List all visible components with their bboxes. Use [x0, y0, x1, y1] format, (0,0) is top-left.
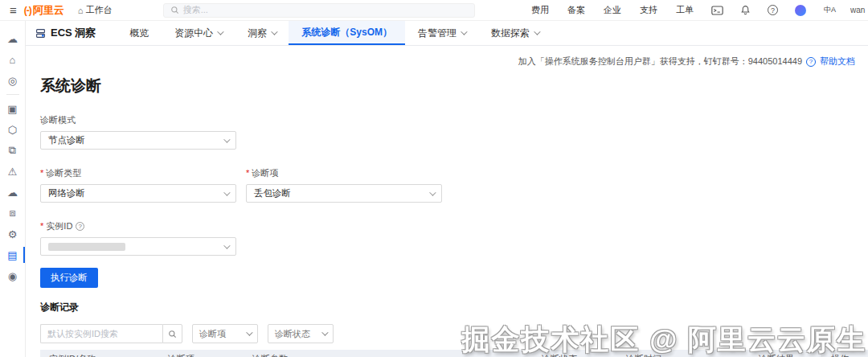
col-item: 诊断项 [159, 353, 244, 357]
chevron-down-icon [218, 28, 224, 35]
records-filters: 诊断项 诊断状态 [40, 324, 868, 343]
hexagon-shield-icon[interactable]: ⬡ [0, 119, 25, 140]
main-content: 加入「操作系统服务控制台用户群」获得支持，钉钉群号：94405014449 ? … [26, 46, 868, 357]
support-banner: 加入「操作系统服务控制台用户群」获得支持，钉钉群号：94405014449 ? … [518, 55, 855, 68]
inspect-scan-icon[interactable]: ◉ [0, 265, 25, 286]
home-console-icon[interactable]: ⌂ [0, 49, 25, 70]
help-doc-link[interactable]: 帮助文档 [820, 55, 855, 68]
tab-resource-center[interactable]: 资源中心 [162, 21, 235, 45]
page-title: 系统诊断 [40, 76, 868, 96]
topnav-support[interactable]: 支持 [640, 4, 657, 16]
product-title: ECS 洞察 [35, 21, 96, 45]
global-search-placeholder: 搜索... [183, 4, 208, 16]
aliyun-logo[interactable]: (-) 阿里云 [24, 3, 64, 18]
ecs-insight-icon[interactable]: ▤ [0, 244, 25, 265]
item-select[interactable]: 丢包诊断 [246, 184, 442, 203]
mode-label: 诊断模式 [40, 114, 868, 126]
topnav-enterprise[interactable]: 企业 [604, 4, 621, 16]
chevron-down-icon [461, 28, 467, 35]
records-table: 实例ID/名称 诊断项 诊断参数 诊断状态 诊断时间 诊断结果 操作 丢包诊断 … [40, 350, 868, 357]
col-status: 诊断状态 [533, 353, 617, 357]
search-icon [170, 6, 179, 14]
hamburger-menu-icon[interactable]: ≡ [10, 4, 17, 16]
product-nav: ECS 洞察 概览 资源中心 洞察 系统诊断（SysOM） 告警管理 数据探索 [26, 21, 868, 46]
mode-value: 节点诊断 [48, 134, 85, 146]
terminal-icon[interactable] [711, 6, 723, 15]
tab-data-exploration[interactable]: 数据探索 [478, 21, 551, 45]
username-label[interactable]: wan [850, 6, 868, 14]
tab-system-diagnosis[interactable]: 系统诊断（SysOM） [289, 21, 405, 45]
cube-scan-icon[interactable]: ▣ [0, 98, 25, 119]
support-banner-text: 加入「操作系统服务控制台用户群」获得支持，钉钉群号：94405014449 [518, 55, 802, 68]
chevron-down-icon [534, 28, 540, 35]
aliyun-logo-text: 阿里云 [33, 3, 64, 18]
aliyun-logo-icon: (-) [24, 5, 31, 16]
instance-help-icon[interactable]: ? [76, 222, 84, 231]
item-label: 诊断项 [246, 167, 278, 179]
settings-globe-icon[interactable]: ⚙ [0, 224, 25, 244]
chevron-down-icon [223, 189, 230, 195]
redacted-instance-id [48, 243, 125, 251]
col-instance: 实例ID/名称 [40, 353, 159, 357]
notifications-bell-icon[interactable] [740, 5, 751, 15]
instance-select[interactable] [40, 237, 236, 256]
chevron-down-icon [272, 28, 278, 35]
col-time: 诊断时间 [617, 353, 750, 357]
chevron-down-icon [321, 329, 328, 335]
help-circle-icon: ? [806, 57, 816, 67]
help-icon[interactable]: ? [768, 5, 778, 15]
home-icon: ⌂ [78, 6, 84, 15]
record-search-button[interactable] [162, 324, 182, 343]
monitor-icon[interactable]: ⧉ [0, 140, 25, 161]
chevron-down-icon [246, 329, 252, 335]
topnav-expenses[interactable]: 费用 [531, 4, 549, 16]
filter-item-select[interactable]: 诊断项 [192, 324, 258, 343]
mode-select[interactable]: 节点诊断 [40, 131, 236, 150]
search-icon [168, 330, 177, 339]
col-actions: 操作 [821, 350, 868, 357]
alarm-icon[interactable]: ⚠ [0, 161, 25, 182]
table-header: 实例ID/名称 诊断项 诊断参数 诊断状态 诊断时间 诊断结果 操作 [40, 350, 868, 357]
screen-record-icon[interactable]: ◎ [0, 70, 25, 91]
cloud-sync-icon[interactable]: ☁ [0, 182, 25, 203]
records-section-title: 诊断记录 [40, 301, 868, 314]
language-switch-icon[interactable]: 中A [823, 5, 837, 15]
tab-insight[interactable]: 洞察 [235, 21, 289, 45]
item-value: 丢包诊断 [254, 187, 291, 199]
type-value: 网络诊断 [48, 187, 85, 199]
run-diagnosis-button[interactable]: 执行诊断 [40, 268, 98, 288]
product-name: ECS 洞察 [51, 26, 96, 40]
chevron-down-icon [223, 242, 230, 248]
cloud-monitor-icon[interactable]: ☁ [0, 28, 25, 49]
left-icon-sidebar: ☁ ⌂ ◎ ▣ ⬡ ⧉ ⚠ ☁ ⧈ ⚙ ▤ ◉ [0, 21, 26, 357]
topnav-tickets[interactable]: 工单 [676, 4, 694, 16]
col-result: 诊断结果 [750, 353, 821, 357]
top-bar: ≡ (-) 阿里云 ⌂ 工作台 搜索... 费用 备案 企业 支持 工单 ? 中… [0, 0, 868, 21]
instance-label: 实例ID [40, 220, 72, 232]
chevron-down-icon [429, 189, 436, 195]
ecs-product-icon [35, 28, 46, 39]
record-search-input[interactable] [40, 324, 162, 343]
col-params: 诊断参数 [244, 353, 533, 357]
tab-alert-management[interactable]: 告警管理 [405, 21, 478, 45]
chevron-down-icon [223, 136, 230, 142]
workbench-label: 工作台 [85, 4, 112, 16]
workbench-link[interactable]: ⌂ 工作台 [78, 4, 113, 16]
dashboard-chart-icon[interactable]: ⧈ [0, 203, 25, 224]
user-avatar[interactable] [795, 5, 806, 16]
filter-status-select[interactable]: 诊断状态 [268, 324, 334, 343]
sidebar-divider [6, 94, 19, 95]
global-search-input[interactable]: 搜索... [163, 3, 475, 18]
type-label: 诊断类型 [40, 167, 81, 179]
tab-overview[interactable]: 概览 [117, 21, 162, 45]
topnav-icp[interactable]: 备案 [567, 4, 585, 16]
type-select[interactable]: 网络诊断 [40, 184, 236, 203]
